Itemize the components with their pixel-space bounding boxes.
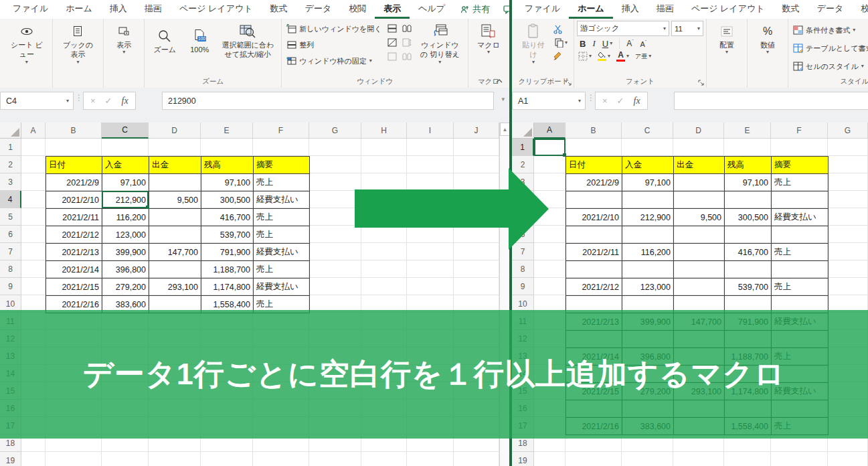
collapse-ribbon-button[interactable] xyxy=(495,78,503,84)
row-header-9[interactable]: 9 xyxy=(512,278,534,295)
cell[interactable]: 791,900 xyxy=(201,244,254,261)
cell[interactable]: 9,500 xyxy=(674,209,725,226)
comment-button[interactable]: コメント xyxy=(497,1,510,18)
font-dialog-launcher-icon[interactable] xyxy=(698,80,704,86)
sheet-view-button[interactable]: シート ビュー ▾ xyxy=(4,21,50,67)
cell[interactable]: 日付 xyxy=(46,157,102,174)
cell[interactable]: 2021/2/13 xyxy=(46,244,102,261)
cell[interactable]: 300,500 xyxy=(201,191,254,209)
underline-button[interactable]: U xyxy=(602,39,608,49)
cell[interactable]: 出金 xyxy=(149,157,201,174)
cell[interactable]: 売上 xyxy=(772,174,829,191)
view-side-by-side-button[interactable] xyxy=(400,22,414,35)
cell[interactable] xyxy=(772,261,829,279)
tab-ファイル[interactable]: ファイル xyxy=(4,0,57,19)
cell[interactable]: 300,500 xyxy=(725,209,772,226)
tab-データ[interactable]: データ xyxy=(808,0,853,19)
freeze-panes-button[interactable]: ウィンドウ枠の固定 ▾ xyxy=(284,53,383,69)
cell[interactable]: 売上 xyxy=(772,279,829,296)
tab-ホーム[interactable]: ホーム xyxy=(569,0,613,19)
cell[interactable]: 入金 xyxy=(102,157,149,174)
row-header-3[interactable]: 3 xyxy=(0,173,21,191)
cell[interactable]: 123,000 xyxy=(622,279,674,296)
cell[interactable] xyxy=(772,226,829,244)
cell[interactable]: 2021/2/15 xyxy=(46,279,102,296)
font-size-select[interactable]: 11 ▾ xyxy=(671,21,703,36)
cell[interactable]: 2021/2/9 xyxy=(46,174,102,191)
workbook-views-button[interactable]: ブックの 表示 ▾ xyxy=(56,21,101,67)
cell[interactable] xyxy=(674,191,725,209)
cancel-icon[interactable]: × xyxy=(602,96,608,106)
fill-color-button[interactable]: ▾ xyxy=(598,52,610,61)
tab-ページ レイアウト[interactable]: ページ レイアウト xyxy=(171,0,262,19)
tab-挿入[interactable]: 挿入 xyxy=(101,0,136,19)
row-header-9[interactable]: 9 xyxy=(0,278,21,295)
cell[interactable]: 2021/2/12 xyxy=(566,279,622,296)
column-header-E[interactable]: E xyxy=(724,123,771,139)
cell[interactable]: 9,500 xyxy=(149,191,201,209)
arrange-all-button[interactable]: 整列 xyxy=(284,37,383,53)
cell[interactable] xyxy=(674,226,725,244)
column-header-A[interactable]: A xyxy=(534,123,566,139)
cell[interactable]: 経費支払い xyxy=(772,209,829,226)
font-color-button[interactable]: A ▾ xyxy=(616,51,629,62)
cell[interactable]: 2021/2/10 xyxy=(566,209,622,226)
cell[interactable]: 539,700 xyxy=(725,279,772,296)
row-header-8[interactable]: 8 xyxy=(0,260,21,278)
insert-function-icon[interactable]: fx xyxy=(122,96,128,106)
tab-描画[interactable]: 描画 xyxy=(648,0,683,19)
cell[interactable]: 経費支払い xyxy=(254,191,310,209)
format-as-table-button[interactable]: テーブルとして書式設定 xyxy=(791,40,868,56)
cell[interactable]: 売上 xyxy=(254,261,310,279)
cell[interactable]: 売上 xyxy=(254,226,310,244)
decrease-font-size-button[interactable]: Aˇ xyxy=(640,40,647,48)
zoom-100-button[interactable]: 100 100% xyxy=(182,25,217,56)
column-header-B[interactable]: B xyxy=(566,123,622,139)
name-box[interactable]: C4 ▾ xyxy=(0,92,74,110)
row-header-19[interactable]: 19 xyxy=(512,452,534,466)
show-button[interactable]: 表示 ▾ xyxy=(106,21,141,57)
share-button[interactable]: 共有 xyxy=(454,1,497,18)
hide-window-button[interactable] xyxy=(385,36,399,49)
cell-styles-button[interactable]: セルのスタイル ▾ xyxy=(791,58,868,74)
cell[interactable] xyxy=(772,191,829,209)
column-header-A[interactable]: A xyxy=(21,123,46,139)
cell[interactable] xyxy=(725,261,772,279)
cell[interactable] xyxy=(622,191,674,209)
enter-icon[interactable]: ✓ xyxy=(105,96,112,106)
tab-数式[interactable]: 数式 xyxy=(262,0,296,19)
cell[interactable]: 2021/2/10 xyxy=(46,191,102,209)
row-header-6[interactable]: 6 xyxy=(0,226,21,243)
cell[interactable]: 摘要 xyxy=(254,157,310,174)
cell[interactable]: 147,700 xyxy=(149,244,201,261)
cell[interactable]: 97,100 xyxy=(201,174,254,191)
cell[interactable] xyxy=(149,261,201,279)
column-header-H[interactable]: H xyxy=(361,123,407,139)
cell[interactable]: 経費支払い xyxy=(254,244,310,261)
formula-bar-splitter[interactable]: ⋮ xyxy=(75,93,83,102)
format-painter-button[interactable] xyxy=(551,50,564,62)
synchronous-scrolling-button[interactable] xyxy=(400,36,414,49)
switch-windows-button[interactable]: ウィンドウの 切り替え ▾ xyxy=(415,21,465,67)
cell[interactable]: 416,700 xyxy=(201,209,254,226)
cell[interactable]: 279,200 xyxy=(102,279,149,296)
cell[interactable]: 売上 xyxy=(254,209,310,226)
column-header-G[interactable]: G xyxy=(309,123,361,139)
increase-font-size-button[interactable]: Aˆ xyxy=(626,39,633,48)
enter-icon[interactable]: ✓ xyxy=(617,96,624,106)
borders-button[interactable]: ▾ xyxy=(578,52,592,61)
tab-表示[interactable]: 表示 xyxy=(375,0,410,19)
cell[interactable]: 残高 xyxy=(725,157,772,174)
name-box[interactable]: A1 ▾ xyxy=(512,92,586,110)
tab-データ[interactable]: データ xyxy=(296,0,341,19)
column-header-D[interactable]: D xyxy=(149,123,201,139)
row-header-1[interactable]: 1 xyxy=(0,139,21,156)
bold-button[interactable]: B xyxy=(580,39,586,49)
select-all-corner[interactable] xyxy=(512,123,534,139)
column-header-F[interactable]: F xyxy=(253,123,309,139)
cell[interactable] xyxy=(566,226,622,244)
row-header-19[interactable]: 19 xyxy=(0,452,21,466)
tab-校閲[interactable]: 校閲 xyxy=(340,0,375,19)
unhide-window-button[interactable] xyxy=(385,50,399,63)
cell[interactable] xyxy=(725,191,772,209)
